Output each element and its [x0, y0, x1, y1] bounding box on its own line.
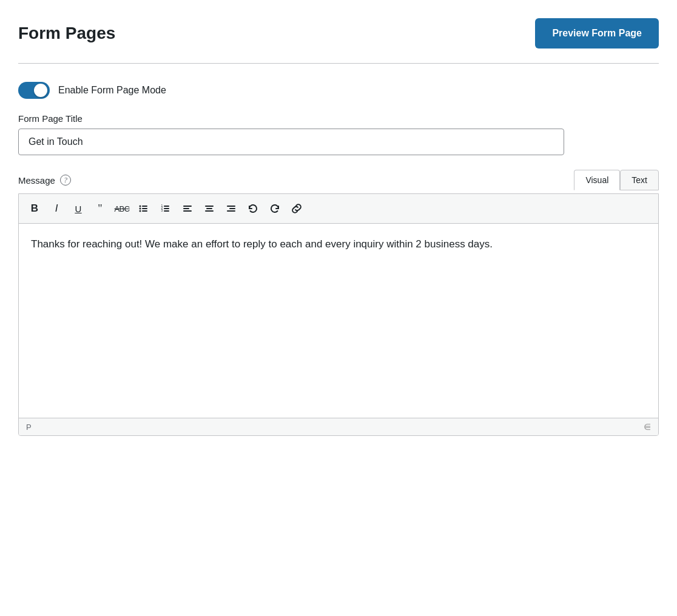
svg-rect-19: [229, 208, 235, 209]
svg-rect-12: [183, 206, 192, 207]
editor-toolbar: B I U " ABC 123: [19, 194, 658, 224]
editor-container: B I U " ABC 123: [18, 193, 659, 436]
toolbar-undo-button[interactable]: [243, 199, 263, 218]
enable-form-page-toggle[interactable]: [18, 82, 50, 99]
svg-rect-14: [183, 210, 192, 212]
editor-footer: P ⋹: [19, 418, 658, 435]
svg-text:3: 3: [161, 209, 163, 212]
toolbar-unordered-list-button[interactable]: [134, 199, 153, 218]
toolbar-strikethrough-button[interactable]: ABC: [112, 199, 132, 218]
svg-rect-13: [183, 208, 189, 209]
toolbar-bold-button[interactable]: B: [25, 199, 44, 218]
toolbar-italic-button[interactable]: I: [47, 199, 66, 218]
toolbar-underline-button[interactable]: U: [69, 199, 88, 218]
svg-rect-7: [164, 208, 169, 209]
page-header: Form Pages Preview Form Page: [18, 18, 659, 49]
editor-wrapper: B I U " ABC 123: [18, 193, 659, 436]
message-label-row: Message ?: [18, 175, 71, 186]
enable-form-page-row: Enable Form Page Mode: [18, 82, 659, 99]
svg-point-3: [140, 206, 141, 207]
toolbar-align-center-button[interactable]: [200, 199, 219, 218]
message-editor-body[interactable]: Thanks for reaching out! We make an effo…: [19, 224, 658, 418]
svg-point-5: [140, 210, 141, 212]
tab-text[interactable]: Text: [620, 170, 659, 190]
svg-rect-0: [142, 206, 147, 207]
svg-rect-20: [227, 210, 235, 212]
toolbar-redo-button[interactable]: [265, 199, 285, 218]
header-divider: [18, 63, 659, 64]
svg-rect-16: [206, 208, 212, 209]
toggle-slider: [18, 82, 50, 99]
preview-form-page-button[interactable]: Preview Form Page: [535, 18, 659, 49]
toggle-label: Enable Form Page Mode: [58, 85, 166, 96]
form-page-title-field: Form Page Title: [18, 113, 659, 170]
svg-rect-8: [164, 210, 169, 212]
message-header: Message ? Visual Text: [18, 170, 659, 190]
form-page-title-label: Form Page Title: [18, 113, 659, 124]
tab-visual[interactable]: Visual: [574, 170, 620, 190]
svg-rect-1: [142, 208, 147, 209]
editor-tag-indicator: P: [26, 423, 32, 432]
svg-rect-18: [227, 206, 235, 207]
message-label: Message: [18, 175, 55, 186]
resize-icon: ⋹: [644, 422, 651, 432]
toolbar-ordered-list-button[interactable]: 123: [156, 199, 175, 218]
svg-rect-15: [205, 206, 214, 207]
svg-rect-17: [205, 210, 214, 212]
toolbar-link-button[interactable]: [287, 199, 306, 218]
form-page-title-input[interactable]: [18, 129, 564, 155]
svg-rect-6: [164, 206, 169, 207]
toolbar-align-right-button[interactable]: [221, 199, 241, 218]
message-section: Message ? Visual Text B I U " ABC 123: [18, 170, 659, 436]
editor-tabs: Visual Text: [574, 170, 659, 190]
page-title: Form Pages: [18, 24, 115, 43]
message-help-icon[interactable]: ?: [60, 175, 71, 186]
toolbar-blockquote-button[interactable]: ": [90, 199, 110, 218]
toolbar-align-left-button[interactable]: [178, 199, 197, 218]
svg-point-4: [140, 208, 141, 210]
svg-rect-2: [142, 210, 147, 212]
